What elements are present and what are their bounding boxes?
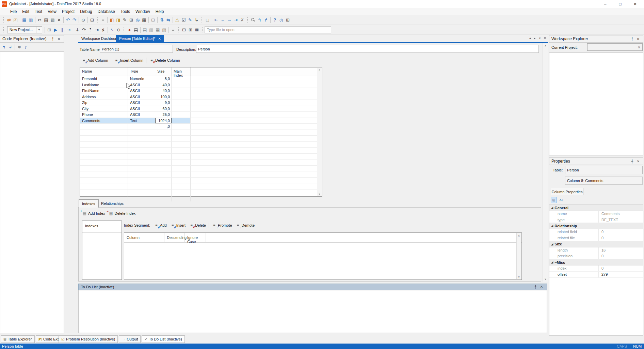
pin-icon[interactable]: ╀	[533, 284, 538, 290]
table-row[interactable]: PersonIdNumeric8,0	[80, 76, 322, 82]
delete-index-button[interactable]: ▤− Delete Index	[107, 211, 138, 216]
goto-next-icon[interactable]: ↱	[263, 16, 269, 23]
database-explorer-icon[interactable]: ▦	[141, 16, 147, 23]
table-name-input[interactable]	[100, 45, 173, 53]
menu-database[interactable]: Database	[95, 8, 118, 15]
new-project-dropdown-icon[interactable]: ▾	[36, 27, 40, 33]
categorized-view-icon[interactable]: ⊞	[551, 197, 557, 203]
tab-problem-resolution[interactable]: ☑ Problem Resolution (Inactive)	[59, 335, 118, 343]
web-designer-icon[interactable]: ◎	[134, 16, 141, 23]
close-icon[interactable]: ✕	[635, 158, 641, 164]
close-icon[interactable]: ✕	[56, 36, 62, 42]
goto-prev-icon[interactable]: ↰	[256, 16, 263, 23]
nav-first-icon[interactable]: ⇤	[213, 16, 220, 23]
pause-icon[interactable]: ∥	[59, 26, 65, 33]
insert-column-button[interactable]: ≡↲ Insert Column	[112, 58, 145, 63]
tab-output[interactable]: → Output	[119, 335, 141, 343]
autos-window-icon[interactable]: ▦	[155, 26, 161, 33]
tab-scroll-left-icon[interactable]: ◂	[528, 36, 532, 41]
col-header-size[interactable]: Size	[155, 67, 172, 76]
save-icon[interactable]: ▦	[21, 16, 28, 23]
list-icon[interactable]: ≡	[170, 26, 176, 33]
prop-category-size[interactable]: ◢ Size	[549, 241, 643, 247]
paste-icon[interactable]: ▧	[49, 16, 56, 23]
sync-down-icon[interactable]: ⇆	[165, 16, 172, 23]
segment-promote-button[interactable]: ≡↑ Promote	[210, 223, 234, 228]
redo-icon[interactable]: ↷	[71, 16, 78, 23]
scroll-down-icon[interactable]: ∨	[318, 191, 321, 196]
prop-row-type[interactable]: typeDF_TEXT	[549, 217, 643, 223]
dashboard-window-icon[interactable]: ◨	[115, 16, 122, 23]
grid-scrollbar[interactable]: ∧ ∨	[317, 68, 322, 196]
tab-table-explorer[interactable]: ⊞ Table Explorer	[1, 335, 35, 343]
close-icon[interactable]: ✕	[635, 36, 641, 42]
record-icon[interactable]: ⊙	[80, 16, 86, 23]
prop-category-general[interactable]: ◢ General	[549, 205, 643, 211]
indexes-list[interactable]: Indexes	[82, 221, 122, 280]
delete-column-button[interactable]: ≡✕ Delete Column	[147, 58, 182, 63]
pin-icon[interactable]: ╀	[50, 36, 55, 42]
menu-file[interactable]: File	[7, 8, 19, 15]
segment-add-button[interactable]: ≡↲ Add	[152, 223, 168, 228]
menu-window[interactable]: Window	[133, 8, 153, 15]
new-project-button[interactable]: New Project... ▾	[7, 26, 42, 33]
add-index-button[interactable]: ▤+ Add Index	[80, 211, 107, 216]
sync-up-icon[interactable]: ⇅	[159, 16, 165, 23]
code-explorer-tree[interactable]	[0, 51, 64, 333]
menu-text[interactable]: Text	[32, 8, 45, 15]
menu-project[interactable]: Project	[59, 8, 77, 15]
prop-category-misc[interactable]: ◢ ~Misc	[549, 259, 643, 265]
segment-insert-button[interactable]: ≡↲ Insert	[168, 223, 188, 228]
toolbar-grip[interactable]	[3, 17, 4, 22]
description-input[interactable]	[196, 45, 539, 53]
delete-icon[interactable]: ✕	[56, 16, 62, 23]
scroll-down-icon[interactable]: ∨	[543, 277, 548, 280]
menu-debug[interactable]: Debug	[77, 8, 95, 15]
fx-globe-icon[interactable]: ƒ	[22, 44, 29, 50]
pin-icon[interactable]: ╀	[629, 36, 635, 42]
table-row-new[interactable]: ,0	[80, 124, 322, 130]
maximize-button[interactable]: □	[613, 0, 628, 8]
step-over-icon[interactable]: ↷	[81, 26, 87, 33]
convert-source-icon[interactable]: ⇄	[6, 16, 12, 23]
load-code-icon[interactable]: ↲	[7, 44, 14, 50]
tab-todo-list[interactable]: ✔ To Do List (Inactive)	[142, 335, 184, 343]
col-header-name[interactable]: Name	[80, 67, 128, 76]
watch-window-icon[interactable]: ▥	[148, 26, 155, 33]
run-icon[interactable]: ▶	[52, 26, 59, 33]
tab-person-table-editor[interactable]: Person [Table Editor]* ✕	[116, 35, 164, 42]
prop-category-relationship[interactable]: ◢ Relationship	[549, 223, 643, 229]
type-file-to-open-input[interactable]	[205, 26, 331, 33]
prop-row-offset[interactable]: offset279	[549, 272, 643, 278]
clear-nav-icon[interactable]: ✗	[239, 16, 245, 23]
table-row[interactable]: CityASCII60,0	[80, 106, 322, 112]
save-all-icon[interactable]: ▥	[28, 16, 34, 23]
run-to-cursor-icon[interactable]: ⇥	[94, 26, 100, 33]
toolbar-grip[interactable]	[202, 27, 203, 32]
db-restructure-icon[interactable]: ⊞	[187, 26, 194, 33]
scroll-up-icon[interactable]: ∧	[518, 233, 520, 238]
prop-row-related-file[interactable]: related file0	[549, 235, 643, 241]
sync-code-icon[interactable]: ↰	[1, 44, 7, 50]
breakpoint-list-icon[interactable]: ▤	[133, 26, 139, 33]
prop-row-name[interactable]: nameComments	[549, 211, 643, 217]
step-out-icon[interactable]: ⇡	[87, 26, 94, 33]
sql-window-icon[interactable]: ⊡	[150, 16, 156, 23]
menu-view[interactable]: View	[45, 8, 59, 15]
step-into-icon[interactable]: ⇣	[74, 26, 81, 33]
copy-icon[interactable]: ▤	[43, 16, 49, 23]
copy-special-icon[interactable]: ≡	[100, 16, 106, 23]
table-editor-window-icon[interactable]: ◧	[109, 16, 115, 23]
table-row[interactable]: ZipASCII9,0	[80, 100, 322, 106]
small-window-icon[interactable]: ◻	[204, 16, 211, 23]
settings-wrench-icon[interactable]: ✱	[16, 44, 22, 50]
modify-table-icon[interactable]: ✎	[122, 16, 128, 23]
seg-header-ignore-case[interactable]: Ignore Case	[185, 233, 206, 242]
tab-list-dropdown-icon[interactable]: ▾	[537, 36, 542, 41]
toolbar-grip[interactable]	[97, 17, 98, 22]
scroll-up-icon[interactable]: ∧	[543, 43, 548, 48]
table-row[interactable]: AddressASCII100,0	[80, 94, 322, 100]
todo-panel-content[interactable]	[78, 290, 547, 333]
step-run-icon[interactable]: ⇥	[65, 26, 72, 33]
size-cell-editor[interactable]: 1024,0	[155, 118, 172, 124]
